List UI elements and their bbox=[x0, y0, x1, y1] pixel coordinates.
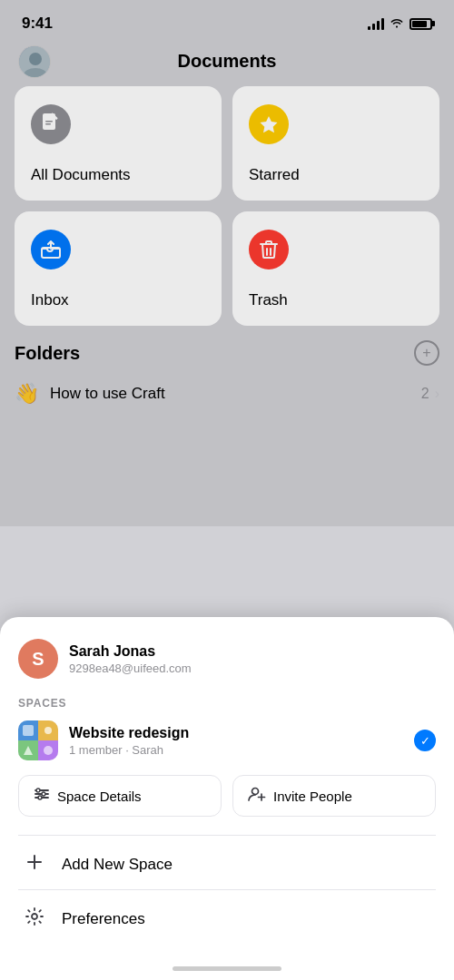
svg-point-1 bbox=[29, 53, 42, 65]
grid-item-all-documents[interactable]: All Documents bbox=[15, 86, 222, 201]
svg-rect-5 bbox=[45, 123, 51, 125]
menu-divider-1 bbox=[18, 835, 436, 836]
bottom-sheet: S Sarah Jonas 9298ea48@uifeed.com SPACES bbox=[0, 617, 454, 980]
user-profile[interactable]: S Sarah Jonas 9298ea48@uifeed.com bbox=[18, 639, 436, 679]
add-new-space-item[interactable]: Add New Space bbox=[18, 839, 436, 889]
space-meta: 1 member · Sarah bbox=[69, 743, 403, 757]
space-item[interactable]: Website redesign 1 member · Sarah ✓ bbox=[18, 720, 436, 760]
documents-grid: All Documents Starred Inbox Trash bbox=[0, 86, 454, 340]
add-new-space-label: Add New Space bbox=[62, 856, 173, 874]
status-bar: 9:41 bbox=[0, 0, 454, 44]
add-folder-button[interactable]: + bbox=[414, 340, 439, 366]
svg-point-9 bbox=[44, 727, 52, 734]
battery-icon bbox=[410, 18, 432, 30]
grid-item-inbox[interactable]: Inbox bbox=[15, 211, 222, 326]
folders-header: Folders + bbox=[15, 340, 439, 366]
svg-point-16 bbox=[42, 792, 45, 796]
page-title: Documents bbox=[178, 51, 277, 72]
page-header: Documents bbox=[0, 44, 454, 86]
space-details-label: Space Details bbox=[57, 789, 142, 804]
space-selected-icon: ✓ bbox=[414, 730, 436, 751]
starred-label: Starred bbox=[249, 166, 423, 184]
svg-rect-8 bbox=[23, 725, 34, 736]
plus-icon bbox=[22, 852, 47, 877]
space-name: Website redesign bbox=[69, 725, 403, 741]
user-avatar: S bbox=[18, 639, 58, 679]
user-email: 9298ea48@uifeed.com bbox=[69, 662, 192, 675]
menu-divider-2 bbox=[18, 889, 436, 890]
avatar[interactable] bbox=[18, 45, 51, 78]
inbox-icon bbox=[31, 230, 71, 270]
folder-name: How to use Craft bbox=[50, 385, 421, 403]
user-info: Sarah Jonas 9298ea48@uifeed.com bbox=[69, 643, 192, 675]
status-time: 9:41 bbox=[22, 15, 53, 33]
preferences-item[interactable]: Preferences bbox=[18, 894, 436, 944]
signal-icon bbox=[368, 17, 384, 30]
space-icon bbox=[18, 720, 58, 760]
chevron-right-icon: › bbox=[435, 386, 439, 402]
trash-label: Trash bbox=[249, 291, 423, 309]
home-indicator bbox=[173, 966, 281, 971]
invite-people-label: Invite People bbox=[273, 789, 352, 804]
all-documents-label: All Documents bbox=[31, 166, 205, 184]
trash-icon bbox=[249, 230, 289, 270]
folder-emoji: 👋 bbox=[15, 382, 39, 406]
starred-icon bbox=[249, 104, 289, 144]
svg-rect-11 bbox=[44, 746, 53, 755]
folders-section: Folders + 👋 How to use Craft 2 › bbox=[0, 340, 454, 426]
status-icons bbox=[368, 16, 432, 31]
svg-point-23 bbox=[32, 914, 37, 919]
grid-item-starred[interactable]: Starred bbox=[232, 86, 439, 201]
space-info: Website redesign 1 member · Sarah bbox=[69, 725, 403, 757]
inbox-label: Inbox bbox=[31, 291, 205, 309]
svg-rect-4 bbox=[45, 121, 53, 122]
wifi-icon bbox=[390, 16, 404, 31]
svg-point-18 bbox=[252, 789, 259, 795]
preferences-label: Preferences bbox=[62, 910, 145, 928]
svg-marker-6 bbox=[261, 116, 278, 132]
folder-count: 2 bbox=[421, 386, 429, 402]
folders-title: Folders bbox=[15, 343, 80, 364]
svg-point-15 bbox=[36, 789, 40, 792]
sliders-icon bbox=[34, 787, 50, 805]
space-details-button[interactable]: Space Details bbox=[18, 775, 222, 817]
svg-marker-10 bbox=[24, 746, 33, 755]
invite-people-button[interactable]: Invite People bbox=[232, 775, 436, 817]
user-name: Sarah Jonas bbox=[69, 643, 192, 660]
action-buttons: Space Details Invite People bbox=[18, 775, 436, 817]
user-initial: S bbox=[32, 649, 44, 670]
grid-item-trash[interactable]: Trash bbox=[232, 211, 439, 326]
svg-point-17 bbox=[38, 796, 42, 799]
folder-item[interactable]: 👋 How to use Craft 2 › bbox=[15, 373, 439, 415]
spaces-section-label: SPACES bbox=[18, 697, 436, 710]
person-add-icon bbox=[248, 787, 266, 805]
gear-icon bbox=[22, 906, 47, 931]
all-documents-icon bbox=[31, 104, 71, 144]
